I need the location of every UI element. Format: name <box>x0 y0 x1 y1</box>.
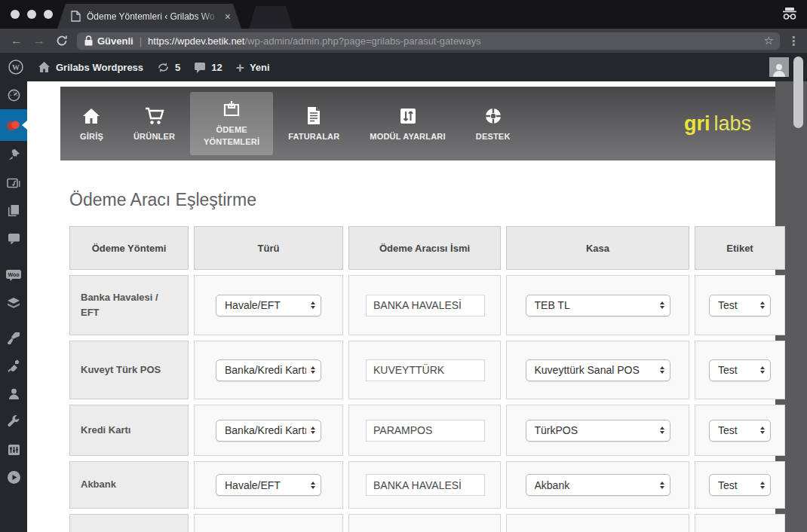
address-bar[interactable]: Güvenli | https://wpdev.betik.net/wp-adm… <box>77 32 780 50</box>
tag-cell: Test <box>695 341 785 399</box>
svg-text:W: W <box>12 63 20 72</box>
scrollbar-thumb[interactable] <box>793 57 803 128</box>
star-icon[interactable]: ☆ <box>764 34 774 47</box>
type-cell: Banka/Kredi Kartı <box>194 405 343 456</box>
payment-method-label: Denizbank <box>69 514 189 532</box>
back-icon[interactable]: ← <box>11 35 23 47</box>
type-select[interactable]: Banka/Kredi Kartı <box>216 420 321 442</box>
kasa-select[interactable]: Kuveyttürk Sanal POS <box>526 359 670 381</box>
tag-select[interactable]: Test <box>709 295 771 316</box>
type-cell: Banka/Kredi Kartı <box>194 341 343 399</box>
payment-method-label: Banka Havalesi / EFT <box>69 275 189 335</box>
sidebar-item-plugins[interactable] <box>0 352 27 380</box>
nav-item-urunler[interactable]: ÜRÜNLER <box>118 87 190 161</box>
sidebar-item-pages[interactable] <box>0 197 27 225</box>
nav-item-faturalar[interactable]: FATURALAR <box>273 87 354 161</box>
avatar[interactable] <box>769 57 789 77</box>
window-minimize-button[interactable] <box>27 10 36 19</box>
tag-cell <box>695 514 785 532</box>
sidebar-item-media[interactable] <box>0 169 27 197</box>
plugin-nav-bar: GİRİŞ ÜRÜNLER ÖDEME YÖNTEMLERİ FATURALAR… <box>60 87 775 161</box>
agent-name-input[interactable] <box>366 359 485 381</box>
nav-item-destek[interactable]: DESTEK <box>461 87 526 161</box>
tag-select[interactable]: Test <box>709 420 771 442</box>
select-arrows-icon <box>660 366 664 374</box>
sidebar-item-collapse[interactable] <box>0 463 27 491</box>
nav-label: DESTEK <box>476 132 511 141</box>
sidebar-item-posts[interactable] <box>0 141 27 169</box>
nav-label: FATURALAR <box>288 132 339 141</box>
window-zoom-button[interactable] <box>44 10 53 19</box>
table-row: Denizbank <box>69 514 769 532</box>
new-tab-button[interactable] <box>249 6 293 29</box>
sidebar-item-dashboard[interactable] <box>0 81 27 109</box>
admin-bar-updates[interactable]: 5 <box>157 62 180 73</box>
page-title: Ödeme Aracı Eşleştirme <box>69 190 256 210</box>
payment-download-icon <box>222 99 241 118</box>
sidebar-item-settings[interactable] <box>0 436 27 463</box>
brand-light: labs <box>713 112 751 136</box>
woocommerce-icon: Woo <box>5 269 22 282</box>
media-icon <box>7 177 20 189</box>
table-row: Akbank Havale/EFT Akbank Test <box>69 461 769 509</box>
wp-admin-bar: W Grilabs Wordpress 5 12 + Yeni <box>0 53 807 81</box>
type-select[interactable]: Havale/EFT <box>216 474 321 496</box>
admin-bar-site[interactable]: Grilabs Wordpress <box>38 61 143 73</box>
type-select[interactable]: Havale/EFT <box>216 295 321 316</box>
appearance-brush-icon <box>7 332 20 344</box>
browser-toolbar: ← → Güvenli | https://wpdev.betik.net/wp… <box>0 29 807 53</box>
type-cell: Havale/EFT <box>194 275 343 335</box>
tag-select[interactable]: Test <box>709 359 771 381</box>
window-close-button[interactable] <box>11 10 20 19</box>
select-arrows-icon <box>311 366 315 374</box>
admin-bar-new[interactable]: + Yeni <box>236 60 270 75</box>
select-arrows-icon <box>311 427 315 434</box>
select-arrows-icon <box>660 482 664 489</box>
sidebar-item-appearance[interactable] <box>0 324 27 352</box>
lifebuoy-icon <box>484 107 502 125</box>
tag-cell: Test <box>695 405 785 456</box>
sidebar-item-woocommerce[interactable]: Woo <box>0 261 27 289</box>
wp-admin-sidebar: Woo <box>0 81 27 532</box>
nav-item-giris[interactable]: GİRİŞ <box>65 87 118 161</box>
tag-select[interactable]: Test <box>709 474 771 496</box>
browser-tab[interactable]: Ödeme Yöntemleri ‹ Grilabs Wo × <box>57 4 241 29</box>
select-arrows-icon <box>311 482 315 489</box>
tag-cell: Test <box>695 461 785 509</box>
menu-dots-icon[interactable]: ⋮ <box>787 34 799 48</box>
type-select[interactable]: Banka/Kredi Kartı <box>216 359 321 381</box>
sidebar-item-comments[interactable] <box>0 225 27 252</box>
comments-icon <box>8 233 20 245</box>
select-arrows-icon <box>311 301 315 309</box>
page-favicon-icon <box>71 11 81 22</box>
agent-cell <box>348 461 501 509</box>
products-icon <box>7 297 20 310</box>
close-icon[interactable]: × <box>225 11 231 22</box>
agent-name-input[interactable] <box>366 420 485 442</box>
sidebar-item-tools[interactable] <box>0 408 27 436</box>
forward-icon[interactable]: → <box>33 35 45 47</box>
nav-label: MODÜL AYARLARI <box>370 132 445 141</box>
wordpress-logo-icon[interactable]: W <box>8 59 24 75</box>
nav-item-modul-ayarlari[interactable]: MODÜL AYARLARI <box>354 87 460 161</box>
admin-bar-comments[interactable]: 12 <box>194 62 222 73</box>
agent-name-input[interactable] <box>366 295 485 316</box>
kasa-select[interactable]: TEB TL <box>526 295 670 316</box>
comments-count: 12 <box>211 62 222 73</box>
incognito-icon <box>781 6 798 21</box>
kasa-select[interactable]: TürkPOS <box>526 420 670 442</box>
agent-cell <box>348 405 501 456</box>
sidebar-item-products[interactable] <box>0 289 27 317</box>
plus-icon: + <box>236 60 244 75</box>
reload-icon[interactable] <box>56 35 68 47</box>
users-icon <box>8 388 20 400</box>
sidebar-item-parasut[interactable] <box>0 109 27 141</box>
agent-name-input[interactable] <box>366 474 485 496</box>
url-path: /wp-admin/admin.php?page=grilabs-parasut… <box>244 35 480 47</box>
header-odeme-aracisi-ismi: Ödeme Aracısı İsmi <box>348 226 501 270</box>
kasa-select[interactable]: Akbank <box>526 474 670 496</box>
home-icon <box>38 61 51 73</box>
sidebar-item-users[interactable] <box>0 380 27 408</box>
nav-item-odeme-yontemleri[interactable]: ÖDEME YÖNTEMLERİ <box>190 92 273 155</box>
kasa-cell: Akbank <box>506 461 689 509</box>
